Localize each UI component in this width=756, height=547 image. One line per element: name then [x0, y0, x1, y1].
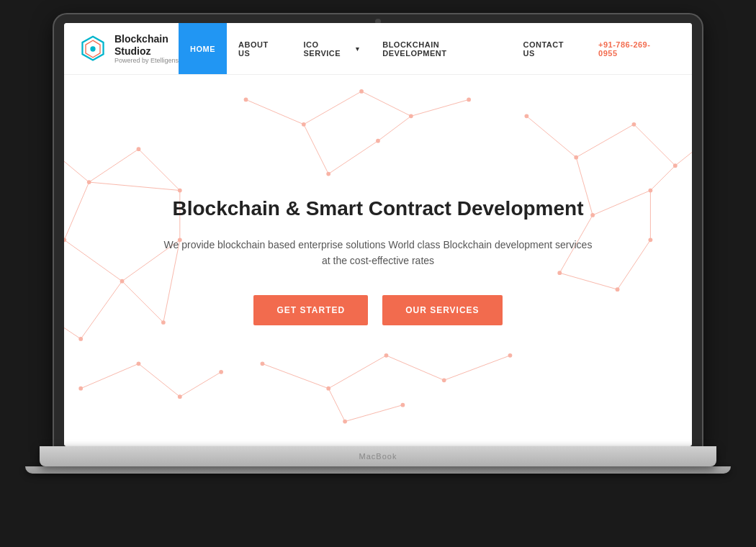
- svg-point-61: [574, 155, 578, 160]
- svg-line-23: [526, 116, 576, 157]
- svg-point-71: [326, 386, 330, 391]
- brand-tagline: Powered by Etelligens: [114, 57, 179, 64]
- svg-point-66: [649, 189, 653, 193]
- svg-line-22: [378, 116, 411, 140]
- nav-about[interactable]: ABOUT US: [227, 23, 292, 74]
- svg-line-39: [345, 405, 402, 422]
- svg-point-80: [219, 370, 223, 374]
- svg-point-54: [302, 122, 306, 127]
- svg-line-42: [180, 372, 221, 397]
- hero-section: Blockchain & Smart Contract Development …: [64, 75, 692, 446]
- laptop-base-bottom: [25, 466, 731, 474]
- svg-point-74: [508, 353, 513, 358]
- svg-point-59: [376, 139, 380, 143]
- svg-line-3: [64, 141, 89, 182]
- svg-line-8: [64, 240, 122, 281]
- svg-point-56: [409, 114, 413, 118]
- svg-point-76: [401, 403, 405, 407]
- get-started-button[interactable]: GET STARTED: [253, 295, 368, 325]
- svg-line-41: [138, 363, 179, 397]
- svg-line-24: [576, 125, 634, 158]
- logo-text: Blockchain Studioz Powered by Etelligens: [114, 33, 179, 65]
- hero-subtitle: We provide blockchain based enterprise s…: [162, 237, 594, 269]
- svg-point-55: [359, 89, 364, 94]
- svg-line-12: [64, 306, 81, 339]
- svg-point-46: [178, 189, 182, 193]
- svg-line-37: [444, 356, 510, 380]
- svg-line-5: [138, 149, 179, 190]
- svg-point-44: [87, 180, 91, 184]
- svg-point-78: [137, 361, 141, 366]
- main-nav: HOME ABOUT US ICO SERVICE BLOCKCHAIN DEV…: [179, 23, 678, 74]
- svg-line-19: [411, 99, 469, 116]
- svg-line-34: [262, 363, 328, 388]
- our-services-button[interactable]: OUR SERVICES: [382, 295, 502, 325]
- nav-ico[interactable]: ICO SERVICE: [292, 23, 372, 74]
- svg-line-4: [89, 149, 139, 182]
- svg-line-17: [304, 91, 361, 125]
- svg-line-40: [81, 363, 138, 388]
- svg-line-38: [328, 389, 345, 422]
- svg-point-63: [673, 163, 678, 168]
- svg-point-75: [343, 420, 347, 424]
- svg-line-13: [81, 281, 122, 339]
- svg-point-70: [261, 361, 265, 366]
- svg-point-62: [632, 122, 636, 127]
- hero-buttons: GET STARTED OUR SERVICES: [162, 295, 594, 325]
- svg-line-29: [650, 166, 675, 190]
- svg-point-48: [120, 279, 125, 284]
- logo-icon: [78, 35, 107, 63]
- brand-name: Blockchain Studioz: [114, 33, 179, 58]
- laptop-screen: Blockchain Studioz Powered by Etelligens…: [64, 23, 692, 446]
- site-header: Blockchain Studioz Powered by Etelligens…: [64, 23, 692, 75]
- svg-point-73: [442, 378, 446, 382]
- nav-contact[interactable]: CONTACT US: [512, 23, 588, 74]
- svg-line-35: [328, 356, 386, 389]
- svg-line-16: [246, 99, 304, 124]
- nav-phone[interactable]: +91-786-269-0955: [587, 23, 678, 74]
- svg-point-57: [467, 98, 471, 102]
- nav-blockchain[interactable]: BLOCKCHAIN DEVELOPMENT: [371, 23, 511, 74]
- hero-title: Blockchain & Smart Contract Development: [162, 196, 594, 222]
- svg-point-53: [244, 98, 248, 102]
- hero-content: Blockchain & Smart Contract Development …: [133, 196, 623, 325]
- svg-line-25: [634, 125, 675, 166]
- svg-point-69: [649, 238, 653, 242]
- svg-line-18: [361, 91, 411, 116]
- svg-line-26: [675, 132, 692, 166]
- svg-point-60: [525, 114, 529, 118]
- logo-area: Blockchain Studioz Powered by Etelligens: [78, 33, 179, 65]
- svg-line-36: [386, 356, 444, 380]
- svg-point-45: [137, 147, 141, 151]
- svg-point-2: [90, 46, 95, 51]
- svg-point-72: [384, 353, 389, 358]
- laptop-screen-outer: Blockchain Studioz Powered by Etelligens…: [54, 14, 702, 446]
- svg-point-51: [78, 337, 83, 341]
- svg-line-20: [304, 125, 328, 174]
- svg-point-77: [78, 386, 83, 391]
- laptop-frame: Blockchain Studioz Powered by Etelligens…: [40, 14, 716, 533]
- svg-line-21: [328, 141, 378, 174]
- svg-line-7: [64, 182, 89, 240]
- laptop-base: [40, 446, 716, 466]
- svg-point-58: [326, 172, 330, 176]
- nav-home[interactable]: HOME: [179, 23, 227, 74]
- svg-point-79: [178, 394, 182, 399]
- svg-line-6: [89, 182, 180, 190]
